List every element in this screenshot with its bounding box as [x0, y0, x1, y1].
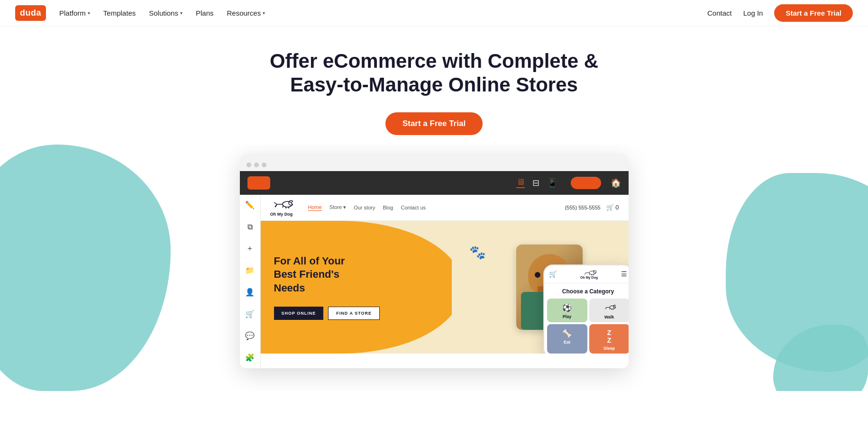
- walk-icon: [603, 303, 616, 313]
- site-nav-home[interactable]: Home: [308, 204, 322, 211]
- mobile-dachshund-icon: [581, 269, 596, 276]
- site-logo-icon: [270, 199, 293, 212]
- svg-point-17: [610, 306, 615, 309]
- site-nav: Oh My Dog Home Store ▾ Our story Blog Co…: [261, 195, 629, 221]
- mobile-cart-icon[interactable]: 🛒: [549, 270, 557, 278]
- sidebar-person-icon[interactable]: 👤: [243, 286, 256, 299]
- navbar: duda Platform ▾ Templates Solutions ▾ Pl…: [0, 0, 868, 27]
- category-walk[interactable]: Walk: [589, 299, 629, 322]
- site-nav-store[interactable]: Store ▾: [329, 204, 346, 210]
- category-play[interactable]: ⚽ Play: [547, 299, 587, 322]
- mobile-logo-text: Oh My Dog: [580, 276, 598, 279]
- svg-point-1: [289, 200, 293, 205]
- site-hero-buttons: SHOP ONLINE FIND A STORE: [274, 307, 450, 320]
- hero-heading: Offer eCommerce with Complete & Easy-to-…: [268, 49, 600, 97]
- category-sleep[interactable]: ZZ Sleep: [589, 324, 629, 354]
- mobile-hamburger-icon[interactable]: ☰: [621, 270, 627, 278]
- browser-chrome: [240, 154, 629, 171]
- nav-links: Platform ▾ Templates Solutions ▾ Plans R…: [59, 9, 707, 17]
- sidebar-pencil-icon[interactable]: ✏️: [243, 199, 256, 212]
- site-preview: Oh My Dog Home Store ▾ Our story Blog Co…: [261, 195, 629, 368]
- desktop-device-icon[interactable]: 🖥: [516, 177, 525, 188]
- svg-line-20: [605, 307, 606, 309]
- nav-resources[interactable]: Resources ▾: [227, 9, 265, 17]
- sidebar-layers-icon[interactable]: ⧉: [243, 220, 256, 234]
- nav-solutions[interactable]: Solutions ▾: [149, 9, 183, 17]
- nav-plans[interactable]: Plans: [196, 9, 214, 17]
- left-sidebar: ✏️ ⧉ ＋ 📁 👤 🛒 💬 🧩: [240, 195, 261, 368]
- eat-icon: 🦴: [562, 329, 572, 338]
- sleep-label: Sleep: [603, 346, 615, 351]
- mobile-category-grid: ⚽ Play: [544, 299, 629, 354]
- resources-chevron-icon: ▾: [263, 10, 265, 16]
- mobile-category-title: Choose a Category: [544, 283, 629, 299]
- hero-section: Offer eCommerce with Complete & Easy-to-…: [0, 27, 868, 145]
- sidebar-folder-icon[interactable]: 📁: [243, 264, 256, 277]
- walk-dog-icon: [603, 303, 616, 311]
- walk-label: Walk: [604, 315, 614, 319]
- paw-icon: 🐾: [469, 245, 486, 260]
- brand-logo[interactable]: duda: [15, 5, 46, 21]
- site-nav-blog[interactable]: Blog: [383, 205, 393, 210]
- site-hero-content: For All of Your Best Friend's Needs SHOP…: [261, 221, 463, 354]
- solutions-chevron-icon: ▾: [180, 10, 183, 16]
- category-eat[interactable]: 🦴 Eat: [547, 324, 587, 354]
- site-nav-links: Home Store ▾ Our story Blog Contact us: [308, 204, 565, 211]
- sleep-icon: ZZ: [607, 329, 612, 344]
- platform-chevron-icon: ▾: [88, 10, 90, 16]
- eat-label: Eat: [564, 340, 570, 345]
- nav-platform[interactable]: Platform ▾: [59, 9, 90, 17]
- nav-trial-button[interactable]: Start a Free Trial: [774, 4, 853, 22]
- blob-left: [0, 145, 171, 391]
- tablet-device-icon[interactable]: ⊟: [532, 178, 539, 188]
- svg-line-8: [274, 202, 277, 204]
- editor-publish-button[interactable]: [571, 177, 601, 189]
- sidebar-cart-icon[interactable]: 🛒: [243, 308, 256, 321]
- mobile-nav: 🛒: [544, 265, 629, 283]
- browser-dot-yellow: [254, 163, 259, 167]
- sidebar-chat-icon[interactable]: 💬: [243, 329, 256, 343]
- nav-right: Contact Log In Start a Free Trial: [707, 4, 853, 22]
- site-logo-area: Oh My Dog: [270, 199, 293, 217]
- editor-home-icon[interactable]: 🏠: [611, 178, 621, 188]
- sidebar-add-icon[interactable]: ＋: [243, 242, 256, 255]
- site-cart[interactable]: 🛒 0: [606, 204, 619, 211]
- device-toggle-group: 🖥 ⊟ 📱: [516, 177, 557, 188]
- mobile-logo-area: Oh My Dog: [580, 269, 598, 279]
- svg-point-0: [283, 201, 292, 207]
- nav-templates[interactable]: Templates: [103, 9, 136, 17]
- site-hero-title: For All of Your Best Friend's Needs: [274, 254, 450, 295]
- site-nav-story[interactable]: Our story: [354, 205, 375, 210]
- dachshund-logo-svg: [270, 199, 293, 209]
- find-store-button[interactable]: FIND A STORE: [328, 307, 380, 320]
- nav-login[interactable]: Log In: [743, 9, 763, 17]
- editor-body: ✏️ ⧉ ＋ 📁 👤 🛒 💬 🧩: [240, 195, 629, 368]
- hero-trial-button[interactable]: Start a Free Trial: [385, 112, 483, 135]
- play-icon: ⚽: [562, 303, 572, 312]
- site-hero-banner: For All of Your Best Friend's Needs SHOP…: [261, 221, 629, 354]
- editor-toolbar: 🖥 ⊟ 📱 🏠: [240, 171, 629, 195]
- dog-eye-left: [535, 272, 540, 278]
- site-phone: (555) 555-5555: [565, 205, 600, 210]
- site-logo-text: Oh My Dog: [270, 212, 293, 217]
- site-nav-contact[interactable]: Contact us: [401, 205, 426, 210]
- svg-point-10: [590, 271, 596, 275]
- sidebar-puzzle-icon[interactable]: 🧩: [243, 351, 256, 364]
- mobile-device-icon[interactable]: 📱: [547, 178, 557, 188]
- shop-online-button[interactable]: SHOP ONLINE: [274, 307, 324, 320]
- play-label: Play: [563, 314, 572, 319]
- browser-mockup: 🖥 ⊟ 📱 🏠 ✏️ ⧉ ＋ 📁 👤 🛒 💬 🧩: [240, 154, 629, 368]
- nav-contact[interactable]: Contact: [707, 9, 732, 17]
- mobile-mockup: 🛒: [543, 264, 629, 354]
- browser-dot-green: [262, 163, 266, 167]
- demo-wrapper: 🖥 ⊟ 📱 🏠 ✏️ ⧉ ＋ 📁 👤 🛒 💬 🧩: [0, 145, 868, 391]
- svg-line-13: [585, 272, 586, 274]
- browser-dot-red: [247, 163, 251, 167]
- editor-logo: [247, 176, 270, 190]
- svg-point-9: [292, 201, 292, 202]
- svg-point-18: [613, 305, 616, 308]
